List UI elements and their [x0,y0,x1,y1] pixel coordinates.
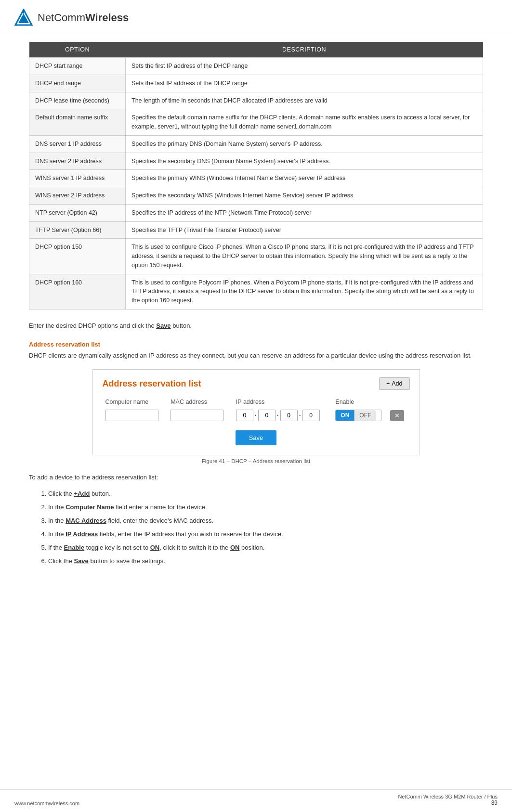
list-item: Click the +Add button. [48,488,483,500]
table-row: NTP server (Option 42)Specifies the IP a… [29,204,483,221]
address-reservation-heading: Address reservation list [29,341,483,348]
list-item: In the Computer Name field enter a name … [48,501,483,514]
reservation-table: Computer name MAC address IP address Ena… [103,397,410,424]
col-option-header: OPTION [29,42,126,58]
remove-button[interactable]: ✕ [390,410,404,421]
options-table: OPTION DESCRIPTION DHCP start rangeSets … [29,42,483,309]
mac-address-input[interactable] [171,410,223,421]
main-content: OPTION DESCRIPTION DHCP start rangeSets … [0,32,512,583]
option-cell: WINS server 2 IP address [29,187,126,205]
intro-paragraph: Enter the desired DHCP options and click… [29,321,483,331]
footer-page: 39 [398,799,498,806]
option-cell: DHCP lease time (seconds) [29,92,126,109]
table-row: DNS server 2 IP addressSpecifies the sec… [29,153,483,170]
panel-header: Address reservation list + Add [103,377,410,390]
option-cell: TFTP Server (Option 66) [29,221,126,239]
toggle-off-button[interactable]: OFF [354,410,376,421]
col-ip-address: IP address [233,397,332,407]
col-enable: Enable [332,397,384,407]
instructions-intro: To add a device to the address reservati… [29,473,483,483]
description-cell: Specifies the TFTP (Trivial File Transfe… [126,221,483,239]
logo-icon [14,9,33,27]
description-cell: Sets the last IP address of the DHCP ran… [126,75,483,92]
description-cell: Specifies the IP address of the NTP (Net… [126,204,483,221]
table-row: DHCP option 150This is used to configure… [29,239,483,274]
ip-octet-3[interactable] [280,410,298,421]
ip-address-cell: · · · [233,407,332,424]
option-cell: DHCP end range [29,75,126,92]
table-row: WINS server 2 IP addressSpecifies the se… [29,187,483,205]
list-item: In the MAC Address field, enter the devi… [48,515,483,527]
option-cell: DNS server 2 IP address [29,153,126,170]
add-icon: + [386,380,390,387]
table-row: DHCP end rangeSets the last IP address o… [29,75,483,92]
page-header: NetCommWireless [0,0,512,32]
logo: NetCommWireless [14,9,129,27]
table-row: DHCP lease time (seconds)The length of t… [29,92,483,109]
enable-bold: Enable [64,544,85,551]
list-item: Click the Save button to save the settin… [48,555,483,567]
ip-dot-2: · [277,412,279,419]
footer-right: NetComm Wireless 3G M2M Router / Plus 39 [398,794,498,806]
remove-cell: ✕ [384,407,409,424]
ip-dot-3: · [299,412,301,419]
svg-marker-1 [18,13,29,23]
reservation-panel: Address reservation list + Add Computer … [92,369,420,455]
col-description-header: DESCRIPTION [126,42,483,58]
intro-text-after: button. [171,322,192,329]
description-cell: Specifies the default domain name suffix… [126,109,483,136]
add-button[interactable]: + Add [379,377,410,390]
description-cell: Sets the first IP address of the DHCP ra… [126,58,483,75]
intro-text-before: Enter the desired DHCP options and click… [29,322,156,329]
page-footer: www.netcommwireless.com NetComm Wireless… [0,789,512,812]
ip-dot-1: · [255,412,257,419]
on-bold-2: ON [230,544,240,551]
figure-caption: Figure 41 – DHCP – Address reservation l… [29,458,483,464]
ip-octet-4[interactable] [302,410,320,421]
logo-text: NetCommWireless [38,12,129,24]
ip-address-bold: IP Address [66,530,98,538]
add-label: Add [392,380,402,387]
option-cell: DHCP start range [29,58,126,75]
description-cell: Specifies the primary WINS (Windows Inte… [126,170,483,187]
table-row: DNS server 1 IP addressSpecifies the pri… [29,135,483,153]
ip-octet-1[interactable] [236,410,253,421]
list-item: In the IP Address fields, enter the IP a… [48,528,483,541]
col-actions [384,397,409,407]
table-row: DHCP option 160This is used to configure… [29,274,483,309]
address-reservation-desc: DHCP clients are dynamically assigned an… [29,351,483,361]
instructions-list: Click the +Add button. In the Computer N… [48,488,483,567]
table-row: WINS server 1 IP addressSpecifies the pr… [29,170,483,187]
col-computer-name: Computer name [103,397,168,407]
save-bold-label: Save [156,322,171,329]
save-bold-step: Save [74,557,88,565]
option-cell: DHCP option 150 [29,239,126,274]
add-bold: +Add [74,490,90,497]
table-row: TFTP Server (Option 66)Specifies the TFT… [29,221,483,239]
mac-address-cell [168,407,233,424]
description-cell: This is used to configure Polycom IP pho… [126,274,483,309]
description-cell: The length of time in seconds that DHCP … [126,92,483,109]
option-cell: Default domain name suffix [29,109,126,136]
panel-save-button[interactable]: Save [236,430,277,445]
mac-address-bold: MAC Address [66,517,106,524]
description-cell: Specifies the primary DNS (Domain Name S… [126,135,483,153]
toggle-on-button[interactable]: ON [336,410,354,421]
option-cell: DHCP option 160 [29,274,126,309]
col-mac-address: MAC address [168,397,233,407]
computer-name-bold: Computer Name [66,503,114,511]
footer-product: NetComm Wireless 3G M2M Router / Plus [398,794,498,799]
option-cell: WINS server 1 IP address [29,170,126,187]
enable-toggle[interactable]: ON OFF [335,410,381,421]
option-cell: NTP server (Option 42) [29,204,126,221]
panel-title: Address reservation list [103,379,201,389]
reservation-panel-wrapper: Address reservation list + Add Computer … [29,369,483,455]
on-bold-1: ON [150,544,160,551]
list-item: If the Enable toggle key is not set to O… [48,541,483,554]
description-cell: This is used to configure Cisco IP phone… [126,239,483,274]
ip-octet-2[interactable] [258,410,276,421]
computer-name-input[interactable] [105,410,158,421]
footer-website: www.netcommwireless.com [14,800,79,806]
enable-cell: ON OFF [332,407,384,424]
table-row: Default domain name suffixSpecifies the … [29,109,483,136]
